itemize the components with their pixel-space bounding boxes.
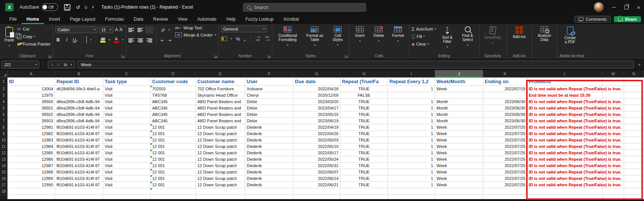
align-middle-icon[interactable] [137, 28, 143, 32]
cell-G7[interactable]: 2023/06/19 [293, 118, 340, 124]
header-cell-J[interactable]: Week/Month [435, 78, 483, 86]
wrap-text-button[interactable]: ab↩ Wrap Text [175, 26, 216, 30]
borders-button[interactable] [86, 37, 87, 43]
cell-I15[interactable]: 1 [388, 169, 435, 175]
cell-H3[interactable]: FALSE [340, 92, 388, 99]
cell-C7[interactable]: Visit [103, 118, 151, 124]
tab-fuzzy-lookup[interactable]: Fuzzy Lookup [241, 14, 279, 24]
cell-A15[interactable]: 12988 [8, 169, 55, 175]
cell-E8[interactable]: 12 Down Scrap patch [196, 124, 245, 131]
cell-I5[interactable]: 1 [388, 105, 435, 111]
tab-page-layout[interactable]: Page Layout [65, 14, 100, 24]
header-cell-F[interactable]: User [245, 78, 293, 86]
cell-E5[interactable]: ABD Panel Beaters and [196, 105, 245, 111]
column-header-N[interactable]: N [624, 70, 644, 78]
redo-button[interactable]: ↻▾ [84, 4, 87, 11]
cell-K2[interactable]: 2022/07/19 [483, 86, 527, 92]
cell-J8[interactable]: Week [435, 124, 483, 131]
column-header-E[interactable]: E [196, 70, 245, 78]
cell-B17[interactable]: f810d691-b103-414f-97 [55, 182, 103, 188]
row-number-6[interactable]: 6 [0, 111, 8, 118]
cell-K8[interactable]: 2022/07/25 [483, 124, 527, 131]
tab-insert[interactable]: Insert [44, 14, 65, 24]
cell-B3[interactable] [55, 92, 103, 99]
cell-B11[interactable]: f810d691-b103-414f-97 [55, 143, 103, 150]
accounting-format-icon[interactable] [221, 37, 227, 41]
cell-D15[interactable]: 12 001 [151, 169, 196, 175]
orientation-icon[interactable]: ab [160, 27, 166, 33]
cell-D11[interactable]: 12 001 [151, 143, 196, 150]
column-header-M[interactable]: M [603, 70, 624, 78]
cell-J15[interactable]: Week [435, 169, 483, 175]
addins-button[interactable]: Add-ins [509, 26, 530, 40]
column-header-F[interactable]: F [245, 70, 293, 78]
align-right-icon[interactable] [147, 38, 152, 43]
cell-K4[interactable]: 2023/06/30 [483, 99, 527, 105]
cell-G5[interactable]: 2023/04/17 [293, 105, 340, 111]
tab-review[interactable]: Review [148, 14, 172, 24]
cell-E6[interactable]: ABD Panel Beaters and [196, 111, 245, 118]
cell-E14[interactable]: 12 Down Scrap patch [196, 163, 245, 169]
cell-B4[interactable]: d8ea2896-c8df-4afb-94 [55, 99, 103, 105]
styles-dialog-launcher-icon[interactable] [345, 55, 348, 58]
cell-C17[interactable]: Visit [103, 182, 151, 188]
cell-I9[interactable]: 1 [388, 131, 435, 137]
find-select-button[interactable]: Find & Select ▾ [459, 26, 477, 48]
clear-button[interactable]: ◆Clear▾ [412, 41, 436, 47]
problems-selection-box[interactable] [526, 80, 643, 200]
cell-K15[interactable]: 2022/07/25 [483, 169, 527, 175]
header-cell-K[interactable]: Ending on [483, 78, 527, 86]
header-cell-B[interactable]: Repeat ID [55, 78, 103, 86]
format-as-table-button[interactable]: Format as Table ▾ [303, 26, 327, 48]
header-cell-D[interactable]: Customer code [151, 78, 196, 86]
cell-F16[interactable]: Diederik [245, 175, 293, 182]
cell-C9[interactable]: Visit [103, 131, 151, 137]
cell-H10[interactable]: TRUE [340, 137, 388, 143]
cell-F3[interactable]: Cheryl [245, 92, 293, 99]
font-color-caret-icon[interactable]: ▾ [122, 38, 124, 41]
cell-K12[interactable]: 2022/07/25 [483, 150, 527, 156]
cell-H7[interactable]: TRUE [340, 118, 388, 124]
cell-K17[interactable]: 2022/07/25 [483, 182, 527, 188]
percent-style-icon[interactable]: % [236, 36, 240, 42]
row-number-9[interactable]: 9 [0, 131, 8, 137]
orientation-caret-icon[interactable]: ▾ [168, 28, 170, 31]
delete-cells-button[interactable]: Delete ▾ [371, 26, 387, 44]
cell-A8[interactable]: 12981 [8, 124, 55, 131]
cell-J2[interactable]: Week [435, 86, 483, 92]
cell-C12[interactable]: Visit [103, 150, 151, 156]
number-dialog-launcher-icon[interactable] [268, 55, 271, 58]
cell-J10[interactable]: Week [435, 137, 483, 143]
cell-H11[interactable]: TRUE [340, 143, 388, 150]
cell-J17[interactable]: Week [435, 182, 483, 188]
cell-J5[interactable]: Month [435, 105, 483, 111]
cell-B18[interactable] [55, 188, 103, 195]
cell-D12[interactable]: 12 001 [151, 150, 196, 156]
header-cell-C[interactable]: Task type [103, 78, 151, 86]
cell-A17[interactable]: 12990 [8, 182, 55, 188]
cell-F18[interactable] [245, 188, 293, 195]
insert-cells-button[interactable]: Insert ▾ [352, 26, 368, 44]
cell-A10[interactable]: 12983 [8, 137, 55, 143]
tab-data[interactable]: Data [129, 14, 148, 24]
row-number-14[interactable]: 14 [0, 163, 8, 169]
cell-B5[interactable]: d8ea2896-c8df-4afb-94 [55, 105, 103, 111]
cell-K3[interactable] [483, 92, 527, 99]
cell-F6[interactable]: Dirkie [245, 111, 293, 118]
cell-A4[interactable]: 39500 [8, 99, 55, 105]
cell-B7[interactable]: d8ea2896-c8df-4afb-94 [55, 118, 103, 124]
cell-F5[interactable]: Dirkie [245, 105, 293, 111]
cell-F10[interactable]: Diederik [245, 137, 293, 143]
header-cell-G[interactable]: Due date [293, 78, 340, 86]
cell-G4[interactable]: 2023/03/20 [293, 99, 340, 105]
cell-B2[interactable]: d6284056-99c3-4de0-a [55, 86, 103, 92]
cell-A13[interactable]: 12986 [8, 156, 55, 163]
sensitivity-button[interactable]: Sensitivity ▾ [482, 26, 504, 46]
cell-G11[interactable]: 2022/05/10 [293, 143, 340, 150]
cell-C5[interactable]: Visit [103, 105, 151, 111]
cell-B10[interactable]: f810d691-b103-414f-97 [55, 137, 103, 143]
row-number-4[interactable]: 4 [0, 99, 8, 105]
row-number-17[interactable]: 17 [0, 182, 8, 188]
cell-I4[interactable]: 1 [388, 99, 435, 105]
cell-C3[interactable]: Visit [103, 92, 151, 99]
